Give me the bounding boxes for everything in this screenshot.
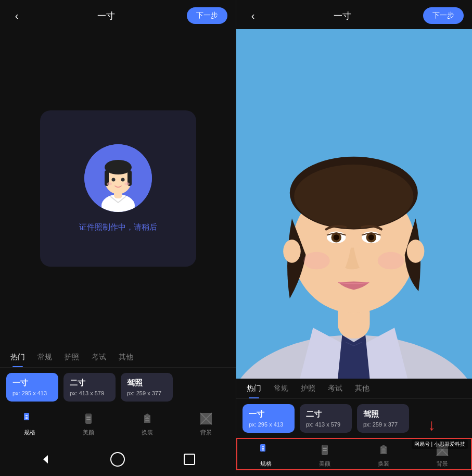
svg-rect-11: [24, 413, 29, 420]
svg-rect-48: [323, 450, 327, 451]
right-tab-hot[interactable]: 热门: [240, 379, 267, 398]
left-main-content: 证件照制作中，请稍后: [0, 29, 236, 347]
avatar-circle: [84, 144, 152, 212]
left-nav-square[interactable]: [179, 449, 200, 470]
svg-point-10: [124, 182, 130, 185]
left-tab-passport[interactable]: 护照: [58, 347, 85, 367]
bg-icon: [198, 411, 214, 427]
left-tool-spec[interactable]: 规格: [14, 411, 45, 436]
processing-card: 证件照制作中，请稍后: [40, 110, 196, 267]
change-icon: [139, 411, 155, 427]
svg-point-36: [368, 234, 374, 240]
svg-rect-20: [145, 420, 149, 421]
left-tool-bg[interactable]: 背景: [190, 411, 222, 436]
svg-rect-18: [86, 419, 91, 420]
right-main-content: [236, 29, 472, 379]
right-category-tabs: 热门 常规 护照 考试 其他: [236, 379, 472, 399]
left-size-2cun-name: 二寸: [70, 378, 109, 388]
right-size-jiaz[interactable]: 驾照 px: 259 x 377: [357, 404, 409, 433]
left-tab-hot[interactable]: 热门: [4, 347, 31, 367]
left-tab-exam[interactable]: 考试: [85, 347, 112, 367]
processing-text: 证件照制作中，请稍后: [79, 222, 157, 232]
left-bottom-toolbar: 规格 美颜: [0, 407, 236, 445]
svg-rect-16: [86, 414, 91, 416]
left-tool-beauty[interactable]: 美颜: [73, 411, 104, 436]
right-beauty-icon: [317, 442, 333, 458]
svg-point-33: [334, 234, 339, 240]
spec-icon: [22, 411, 37, 427]
right-tool-spec[interactable]: 规格: [250, 442, 282, 468]
right-size-1cun[interactable]: 一寸 px: 295 x 413: [243, 404, 295, 433]
svg-rect-41: [260, 444, 265, 452]
portrait-photo: [236, 29, 472, 379]
right-tool-beauty-label: 美颜: [319, 460, 330, 468]
watermark: 网易号 | 小思哥爱科技: [412, 440, 468, 449]
right-tool-bg-label: 背景: [437, 460, 448, 468]
svg-rect-46: [323, 445, 327, 447]
right-tab-other[interactable]: 其他: [349, 379, 376, 398]
left-back-button[interactable]: ‹: [8, 10, 25, 22]
right-size-jiaz-name: 驾照: [363, 409, 403, 419]
left-tool-beauty-label: 美颜: [83, 429, 94, 436]
left-size-jiaz[interactable]: 驾照 px: 259 x 377: [121, 373, 173, 402]
left-size-2cun-dims: px: 413 x 579: [70, 390, 109, 396]
right-panel: ‹ 一寸 下一步: [236, 0, 472, 476]
right-size-2cun-name: 二寸: [306, 409, 346, 419]
left-tool-spec-label: 规格: [24, 429, 35, 436]
right-size-1cun-dims: px: 295 x 413: [249, 421, 288, 428]
right-tab-regular[interactable]: 常规: [267, 379, 295, 398]
right-tool-spec-label: 规格: [260, 460, 272, 468]
left-tool-change[interactable]: 换装: [132, 411, 163, 436]
beauty-icon: [81, 411, 96, 427]
left-title: 一寸: [97, 10, 115, 22]
left-size-2cun[interactable]: 二寸 px: 413 x 579: [63, 373, 116, 402]
svg-point-9: [107, 182, 112, 185]
svg-rect-47: [323, 448, 327, 449]
svg-point-40: [407, 240, 425, 263]
svg-point-7: [111, 178, 115, 182]
right-back-button[interactable]: ‹: [245, 10, 261, 22]
left-size-1cun[interactable]: 一寸 px: 295 x 413: [6, 373, 58, 402]
right-change-icon: [376, 442, 391, 458]
right-next-button[interactable]: 下一步: [423, 7, 464, 24]
right-size-1cun-name: 一寸: [249, 409, 288, 419]
left-size-1cun-dims: px: 295 x 413: [12, 390, 52, 396]
left-category-tabs: 热门 常规 护照 考试 其他: [0, 347, 236, 368]
left-tool-change-label: 换装: [142, 429, 153, 436]
right-tool-beauty[interactable]: 美颜: [309, 442, 340, 468]
left-nav-bar: [0, 445, 236, 476]
left-tool-bg-label: 背景: [200, 429, 212, 436]
left-size-cards: 一寸 px: 295 x 413 二寸 px: 413 x 579 驾照 px:…: [0, 368, 236, 407]
left-size-jiaz-name: 驾照: [127, 378, 167, 388]
svg-rect-17: [86, 417, 91, 418]
right-tab-passport[interactable]: 护照: [295, 379, 322, 398]
left-nav-home[interactable]: [107, 449, 128, 470]
left-panel: ‹ 一寸 下一步: [0, 0, 236, 476]
svg-point-8: [121, 178, 124, 182]
left-size-jiaz-dims: px: 259 x 377: [127, 390, 167, 396]
left-next-button[interactable]: 下一步: [187, 7, 227, 24]
left-nav-back[interactable]: [36, 449, 57, 470]
right-tool-change-label: 换装: [378, 460, 389, 468]
left-header: ‹ 一寸 下一步: [0, 0, 236, 29]
svg-rect-49: [381, 449, 386, 450]
svg-point-38: [378, 252, 404, 270]
right-size-jiaz-dims: px: 259 x 377: [363, 421, 403, 428]
right-size-2cun-dims: px: 413 x 579: [306, 421, 346, 428]
right-size-cards: 一寸 px: 295 x 413 二寸 px: 413 x 579 驾照 px:…: [236, 399, 472, 438]
svg-rect-50: [381, 452, 386, 453]
right-spec-icon: [258, 442, 274, 458]
left-size-1cun-name: 一寸: [12, 378, 52, 388]
right-tool-change[interactable]: 换装: [368, 442, 399, 468]
right-size-2cun[interactable]: 二寸 px: 413 x 579: [300, 404, 352, 433]
right-tab-exam[interactable]: 考试: [322, 379, 349, 398]
left-tab-regular[interactable]: 常规: [31, 347, 58, 367]
left-tab-other[interactable]: 其他: [112, 347, 139, 367]
right-header: ‹ 一寸 下一步: [236, 0, 472, 29]
svg-point-39: [283, 240, 301, 263]
svg-rect-19: [145, 418, 149, 419]
svg-point-30: [294, 165, 413, 229]
svg-point-37: [303, 252, 329, 270]
right-title: 一寸: [334, 10, 351, 22]
svg-marker-24: [43, 455, 48, 464]
